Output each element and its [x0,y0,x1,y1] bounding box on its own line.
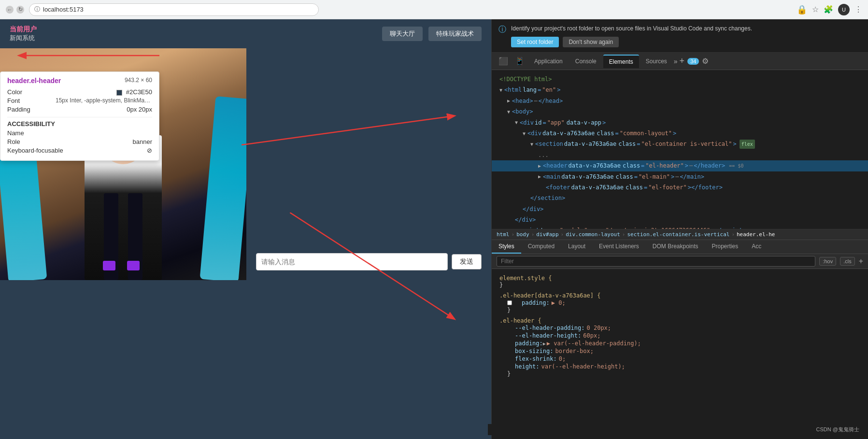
styles-tab-event-listeners[interactable]: Event Listeners [592,240,646,254]
tab-elements[interactable]: Elements [603,55,639,68]
breadcrumb-section[interactable]: section.el-container.is-vertical [627,231,729,238]
tooltip-dimensions: 943.2 × 60 [125,77,152,85]
dom-line-main[interactable]: ▶ <main data-v-a763a6ae class = "el-main… [492,171,868,182]
nav-btn-chat[interactable]: 聊天大厅 [382,27,423,41]
styles-panel-tabs: Styles Computed Layout Event Listeners D… [492,240,868,254]
refresh-button[interactable]: ↻ [16,6,24,14]
css-flex-shrink-prop: flex-shrink: 0; [499,355,860,363]
header-nav: 聊天大厅 特殊玩家战术 [382,27,482,41]
tooltip-color-value: #2C3E50 [126,88,152,96]
css-rules-panel: element.style { } .el-header[data-v-a763… [492,269,868,428]
css-selector-el-header-attr: .el-header[data-v-a763a6ae] { [499,292,860,299]
tab-application[interactable]: Application [528,55,569,68]
user-avatar[interactable]: U [838,4,850,15]
css-box-sizing-prop: box-sizing: border-box; [499,347,860,355]
url-text: localhost:5173 [43,6,84,13]
breadcrumb-header[interactable]: header.el-he [737,231,775,238]
nav-btn-special[interactable]: 特殊玩家战术 [428,27,482,41]
back-button[interactable]: ← [6,6,14,14]
css-header-height-var: --el-header-height: 60px; [499,332,860,340]
website-header: 当前用户 新闻系统 聊天大厅 特殊玩家战术 [0,19,491,48]
breadcrumb-html[interactable]: html [497,231,510,238]
notification-content: Identify your project's root folder to o… [511,24,861,47]
tooltip-role-value: banner [133,138,152,145]
tooltip-padding-row: Padding 0px 20px [7,106,152,113]
tooltip-color-row: Color #2C3E50 [7,88,152,96]
chat-input-row: 发送 [256,253,482,270]
dom-line-footer[interactable]: <footer data-v-a763a6ae class = "el-foot… [492,182,868,193]
tooltip-font-row: Font 15px Inter, -apple-system, BlinkMac… [7,97,152,104]
tab-console[interactable]: Console [569,55,602,68]
news-system-label: 新闻系统 [10,34,37,42]
tooltip-keyboard-row: Keyboard-focusable ⊘ [7,147,152,154]
css-height-prop: height: var(--el-header-height); [499,363,860,370]
inspect-element-button[interactable]: ⬛ [496,55,511,68]
styles-tab-layout[interactable]: Layout [561,240,592,254]
set-root-folder-button[interactable]: Set root folder [511,37,559,47]
browser-chrome: ← ↻ ⓘ localhost:5173 🔒 ☆ 🧩 U ⋮ [0,0,868,19]
styles-tab-acc[interactable]: Acc [745,240,768,254]
dom-tree: <!DOCTYPE html> ▼ <html lang = "en" > ▶ … [492,70,868,229]
browser-toolbar-icons: 🔒 ☆ 🧩 U ⋮ [797,4,862,15]
tooltip-name-row: Name [7,129,152,137]
add-style-rule-button[interactable]: + [859,257,863,266]
dom-line-common-layout[interactable]: ▼ <div data-v-a763a6ae class = "common-l… [492,128,868,139]
chat-send-button[interactable]: 发送 [452,254,482,269]
devtools-tabs-bar: ⬛ 📱 Application Console Elements Sources… [492,53,868,70]
dom-line-html[interactable]: ▼ <html lang = "en" > [492,85,868,95]
current-user-label: 当前用户 [10,25,37,34]
add-tab-button[interactable]: + [680,56,685,66]
css-padding-prop: padding: ▶ ▶ var(--el-header-padding); [499,340,860,347]
url-info-icon: ⓘ [34,5,40,14]
browser-nav-buttons[interactable]: ← ↻ [6,6,24,14]
css-close-el-header: } [499,370,860,377]
styles-tab-computed[interactable]: Computed [521,240,561,254]
info-icon: ⓘ [498,25,506,35]
tooltip-keyboard-value: ⊘ [147,147,152,154]
dom-line-doctype: <!DOCTYPE html> [492,74,868,85]
chat-area: 发送 [246,48,491,280]
issues-badge: 34 [687,58,699,65]
css-rule-el-header: .el-header { --el-header-padding: 0 20px… [492,315,868,379]
star-icon[interactable]: ☆ [812,5,819,14]
notification-buttons: Set root folder Don't show again [511,37,861,47]
device-toolbar-button[interactable]: 📱 [512,55,527,68]
main-area: 当前用户 新闻系统 聊天大厅 特殊玩家战术 header.el-header 9… [0,19,868,439]
styles-filter-input[interactable] [497,256,815,267]
css-selector-element-style: element.style { [499,275,860,282]
website-content: 当前用户 新闻系统 聊天大厅 特殊玩家战术 header.el-header 9… [0,19,491,439]
breadcrumb-common-layout[interactable]: div.common-layout [566,231,620,238]
dom-line-div-app[interactable]: ▼ <div id = "app" data-v-app > [492,117,868,128]
styles-tab-dom-breakpoints[interactable]: DOM Breakpoints [646,240,705,254]
css-padding-line: padding: ▶ 0; [499,299,860,307]
css-property-checkbox[interactable] [507,300,512,305]
styles-tab-properties[interactable]: Properties [705,240,745,254]
element-tooltip: header.el-header 943.2 × 60 Color #2C3E5… [0,71,159,161]
profile-icon[interactable]: 🔒 [797,4,807,15]
dom-line-section[interactable]: ▼ <section data-v-a763a6ae class = "el-c… [492,139,868,149]
address-bar[interactable]: ⓘ localhost:5173 [29,3,319,16]
css-rule-element-style: element.style { } [492,273,868,290]
devtools-breadcrumb: html › body › div#app › div.common-layou… [492,229,868,240]
dom-line-header[interactable]: ▶ <header data-v-a763a6ae class = "el-he… [492,160,868,171]
more-icon[interactable]: ⋮ [854,5,862,14]
color-swatch [116,90,122,96]
csdn-watermark: CSDN @鬼鬼骑士 [488,424,864,435]
devtools-settings-button[interactable]: ⚙ [702,57,709,66]
cls-filter-button[interactable]: .cls [840,257,855,266]
tab-sources[interactable]: Sources [640,55,673,68]
dont-show-again-button[interactable]: Don't show again [563,37,619,47]
breadcrumb-body[interactable]: body [516,231,529,238]
pseudo-class-filter[interactable]: :hov [819,257,836,266]
styles-tab-styles[interactable]: Styles [492,240,521,254]
css-selector-el-header: .el-header { [499,317,860,324]
more-tabs-button[interactable]: » [674,57,678,65]
chat-input[interactable] [256,253,448,270]
breadcrumb-div-app[interactable]: div#app [536,231,558,238]
styles-filter-bar: :hov .cls + [492,254,868,269]
tooltip-role-row: Role banner [7,138,152,145]
extension-icon[interactable]: 🧩 [824,5,833,14]
dom-line-body[interactable]: ▼ <body> [492,106,868,117]
dom-line-head[interactable]: ▶ <head> ⋯ </head> [492,96,868,106]
tooltip-selector: header.el-header [7,77,61,85]
